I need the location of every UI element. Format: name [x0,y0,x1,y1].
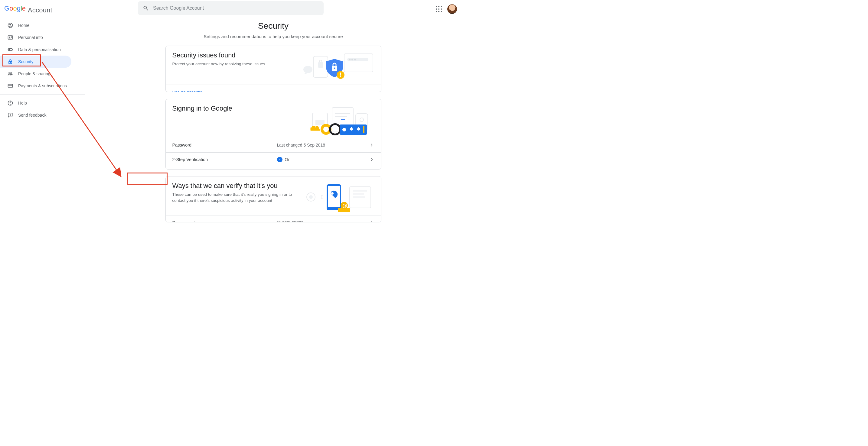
lock-icon [7,59,13,65]
row-value-text: On [285,157,291,162]
card-security-issues: Security issues found Protect your accou… [165,46,381,92]
sidebar-item-label: Send feedback [18,113,46,117]
row-value: Last changed 5 Sep 2018 [277,143,369,147]
chevron-right-icon [369,142,374,148]
row-value: (8-626) 55739 [277,220,369,222]
row-app-passwords[interactable]: App passwords 2 passwords [166,167,381,170]
svg-point-18 [10,115,10,116]
svg-text:@: @ [342,203,347,208]
svg-point-23 [354,59,356,61]
google-account-logo[interactable]: Google Account [4,5,52,14]
svg-point-11 [9,72,10,74]
sidebar-item-label: Data & personalisation [18,47,61,52]
row-label: Recovery phone [173,220,277,222]
svg-text:Google: Google [4,5,26,12]
search-icon [143,5,149,11]
row-2-step-verification[interactable]: 2-Step Verification On [166,152,381,167]
svg-rect-30 [340,72,341,75]
row-label: Password [173,143,277,147]
sidebar-item-send-feedback[interactable]: Send feedback [0,109,71,121]
card-title: Ways that we can verify that it's you [173,182,293,190]
sidebar-item-label: Personal info [18,35,43,40]
svg-point-31 [340,76,341,77]
svg-point-16 [10,104,10,105]
search-bar[interactable] [138,1,323,15]
chevron-right-icon [369,157,374,162]
sidebar-item-help[interactable]: Help [0,97,71,109]
key-password-icon: ＊＊ [299,105,374,138]
sidebar-item-label: People & sharing [18,71,51,76]
header: Google Account [0,0,462,19]
svg-point-2 [10,24,11,25]
page-title: Security [258,21,288,31]
sidebar-item-label: Home [18,23,29,28]
sidebar-item-label: Payments & subscriptions [18,83,67,88]
svg-point-42 [330,124,340,134]
verify-devices-icon: @ [299,182,374,212]
shield-devices-icon [299,52,374,81]
sidebar-item-home[interactable]: Home [0,19,71,31]
svg-point-12 [10,72,12,74]
apps-grid-icon[interactable] [435,5,442,13]
svg-rect-19 [344,54,373,72]
svg-rect-33 [315,119,324,125]
svg-rect-25 [318,62,323,68]
search-input[interactable] [153,5,319,11]
id-card-icon [7,34,13,40]
google-logo-icon: Google [4,5,27,12]
row-label: 2-Step Verification [173,157,277,162]
home-icon [7,22,13,28]
sidebar-item-label: Help [18,101,27,105]
svg-point-22 [351,59,353,61]
row-password[interactable]: Password Last changed 5 Sep 2018 [166,138,381,152]
toggle-icon [7,46,13,53]
check-badge-icon [277,157,282,162]
card-title: Signing in to Google [173,105,293,112]
card-desc: Protect your account now by resolving th… [173,61,293,67]
help-icon [7,100,13,106]
svg-point-44 [342,128,346,131]
card-action-row: Secure account [166,84,381,92]
svg-point-4 [9,37,10,38]
svg-point-8 [8,49,10,50]
sidebar-item-payments-subscriptions[interactable]: Payments & subscriptions [0,80,71,92]
svg-point-39 [360,118,364,122]
card-desc: These can be used to make sure that it's… [173,192,293,203]
main-content: Security Settings and recommendations to… [85,19,462,229]
svg-rect-13 [8,84,13,87]
svg-point-48 [309,195,313,199]
chevron-right-icon [369,220,374,222]
svg-rect-3 [8,36,13,39]
sidebar-item-data-personalisation[interactable]: Data & personalisation [0,43,71,56]
card-signing-in: Signing in to Google ＊＊ [165,99,381,170]
svg-point-10 [10,62,11,63]
page-subtitle: Settings and recommendations to help you… [204,34,343,39]
product-name: Account [28,6,52,14]
sidebar: Home Personal info Data & personalisatio… [0,19,85,121]
svg-point-55 [331,192,334,195]
svg-point-41 [323,127,329,132]
card-ways-to-verify: Ways that we can verify that it's you Th… [165,176,381,222]
svg-rect-46 [363,126,365,133]
sidebar-item-security[interactable]: Security [0,56,71,68]
credit-card-icon [7,83,13,89]
row-value: On [277,157,369,162]
people-icon [7,71,13,77]
svg-text:＊＊: ＊＊ [348,126,362,134]
secure-account-link[interactable]: Secure account [173,90,202,92]
sidebar-item-personal-info[interactable]: Personal info [0,31,71,43]
sidebar-item-people-sharing[interactable]: People & sharing [0,68,71,80]
feedback-icon [7,112,13,118]
svg-point-26 [303,66,312,73]
card-title: Security issues found [173,52,293,59]
row-recovery-phone[interactable]: Recovery phone (8-626) 55739 [166,215,381,222]
avatar[interactable] [447,4,457,14]
sidebar-item-label: Security [18,59,34,64]
svg-point-21 [349,59,350,61]
svg-point-28 [334,68,335,69]
